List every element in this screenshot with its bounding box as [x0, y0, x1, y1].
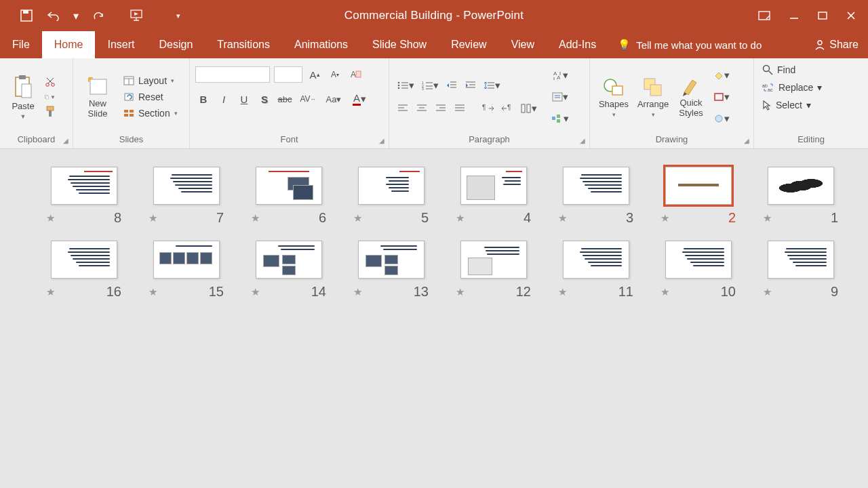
- numbering-icon[interactable]: 123▾: [419, 77, 441, 94]
- increase-indent-icon[interactable]: [462, 77, 479, 94]
- maximize-icon[interactable]: [818, 11, 827, 20]
- transition-star-icon[interactable]: ★: [251, 286, 260, 298]
- cut-icon[interactable]: [45, 77, 56, 87]
- new-slide-button[interactable]: New Slide: [79, 75, 117, 119]
- dialog-launcher-icon[interactable]: ◢: [379, 137, 384, 144]
- slide-thumb-11[interactable]: ★11: [545, 241, 647, 300]
- transition-star-icon[interactable]: ★: [46, 286, 55, 298]
- tab-animations[interactable]: Animations: [282, 31, 360, 58]
- start-from-beginning-icon[interactable]: [130, 8, 145, 23]
- slide-thumb-15[interactable]: ★15: [135, 241, 237, 300]
- redo-icon[interactable]: [91, 8, 106, 23]
- slide-thumb-1[interactable]: ★1: [749, 167, 852, 226]
- slide-thumbnail[interactable]: [768, 167, 834, 205]
- quick-styles-button[interactable]: Quick Styles: [674, 76, 708, 118]
- slide-thumbnail[interactable]: [153, 241, 220, 279]
- slide-thumb-16[interactable]: ★16: [33, 241, 135, 300]
- tell-me-search[interactable]: 💡 Tell me what you want to do: [608, 31, 805, 58]
- tab-transitions[interactable]: Transitions: [205, 31, 282, 58]
- bullets-icon[interactable]: ▾: [395, 77, 416, 94]
- slide-thumb-6[interactable]: ★6: [237, 167, 340, 226]
- transition-star-icon[interactable]: ★: [46, 212, 55, 224]
- tab-home[interactable]: Home: [42, 31, 96, 58]
- dialog-launcher-icon[interactable]: ◢: [744, 137, 749, 144]
- transition-star-icon[interactable]: ★: [149, 286, 157, 298]
- copy-icon[interactable]: ▼: [45, 92, 56, 102]
- transition-star-icon[interactable]: ★: [149, 212, 157, 224]
- transition-star-icon[interactable]: ★: [353, 286, 362, 298]
- strikethrough-icon[interactable]: abc: [277, 91, 293, 107]
- align-right-icon[interactable]: [433, 100, 449, 117]
- slide-thumb-3[interactable]: ★3: [545, 167, 647, 226]
- undo-icon[interactable]: [46, 8, 61, 23]
- slide-thumbnail[interactable]: [768, 241, 834, 279]
- text-direction-icon[interactable]: AA▾: [549, 67, 571, 83]
- slide-thumbnail[interactable]: [358, 241, 425, 279]
- layout-button[interactable]: Layout▾: [121, 75, 180, 87]
- bold-icon[interactable]: B: [195, 91, 212, 107]
- tab-review[interactable]: Review: [439, 31, 498, 58]
- transition-star-icon[interactable]: ★: [558, 286, 567, 298]
- slide-thumbnail[interactable]: [256, 167, 322, 205]
- font-color-icon[interactable]: A▾: [349, 91, 370, 107]
- character-spacing-icon[interactable]: AV↔: [297, 91, 319, 107]
- slide-thumbnail[interactable]: [460, 167, 527, 205]
- justify-icon[interactable]: [452, 100, 468, 117]
- slide-thumbnail[interactable]: [665, 167, 732, 205]
- tab-design[interactable]: Design: [146, 31, 205, 58]
- transition-star-icon[interactable]: ★: [558, 212, 567, 224]
- tab-slideshow[interactable]: Slide Show: [360, 31, 439, 58]
- shape-outline-icon[interactable]: ▾: [711, 89, 732, 105]
- slide-thumbnail[interactable]: [665, 241, 732, 279]
- font-size-combo[interactable]: [274, 66, 302, 83]
- rtl-text-icon[interactable]: ¶: [499, 100, 515, 117]
- arrange-button[interactable]: Arrange▾: [633, 77, 673, 118]
- slide-thumb-9[interactable]: ★9: [749, 241, 852, 300]
- tab-file[interactable]: File: [0, 31, 42, 58]
- slide-thumb-14[interactable]: ★14: [237, 241, 340, 300]
- slide-thumbnail[interactable]: [563, 167, 629, 205]
- reset-button[interactable]: Reset: [121, 91, 180, 103]
- slide-thumbnail[interactable]: [460, 241, 527, 279]
- dialog-launcher-icon[interactable]: ◢: [580, 137, 585, 144]
- font-name-combo[interactable]: [195, 66, 270, 83]
- dialog-launcher-icon[interactable]: ◢: [63, 137, 68, 144]
- save-icon[interactable]: [19, 8, 34, 23]
- align-center-icon[interactable]: [414, 100, 430, 117]
- slide-thumbnail[interactable]: [256, 241, 322, 279]
- undo-dropdown-icon[interactable]: ▾: [73, 8, 79, 23]
- slide-sorter[interactable]: ★1★2★3★4★5★6★7★8★9★10★11★12★13★14★15★16: [0, 149, 868, 321]
- slide-thumbnail[interactable]: [153, 167, 220, 205]
- slide-thumbnail[interactable]: [51, 241, 117, 279]
- tab-addins[interactable]: Add-Ins: [547, 31, 608, 58]
- share-button[interactable]: Share: [805, 31, 868, 58]
- format-painter-icon[interactable]: [45, 106, 56, 117]
- decrease-indent-icon[interactable]: [443, 77, 460, 94]
- replace-button[interactable]: abacReplace ▾: [760, 81, 825, 94]
- underline-icon[interactable]: U: [236, 91, 252, 107]
- slide-thumb-2[interactable]: ★2: [647, 167, 749, 226]
- slide-thumbnail[interactable]: [51, 167, 117, 205]
- slide-thumb-10[interactable]: ★10: [647, 241, 749, 300]
- clear-formatting-icon[interactable]: A: [347, 66, 363, 83]
- decrease-font-icon[interactable]: A▾: [327, 66, 343, 83]
- line-spacing-icon[interactable]: ▾: [481, 77, 503, 94]
- close-icon[interactable]: [846, 11, 856, 20]
- shape-fill-icon[interactable]: ▾: [711, 67, 732, 83]
- slide-thumb-5[interactable]: ★5: [340, 167, 442, 226]
- align-left-icon[interactable]: [395, 100, 411, 117]
- transition-star-icon[interactable]: ★: [353, 212, 362, 224]
- transition-star-icon[interactable]: ★: [456, 286, 465, 298]
- change-case-icon[interactable]: Aa▾: [323, 91, 344, 107]
- italic-icon[interactable]: I: [216, 91, 232, 107]
- transition-star-icon[interactable]: ★: [763, 212, 772, 224]
- smartart-convert-icon[interactable]: ▾: [549, 110, 571, 127]
- transition-star-icon[interactable]: ★: [660, 286, 669, 298]
- align-text-icon[interactable]: ▾: [549, 89, 571, 105]
- shapes-button[interactable]: Shapes▾: [595, 77, 632, 118]
- ribbon-display-options-icon[interactable]: [758, 11, 770, 20]
- tab-view[interactable]: View: [499, 31, 547, 58]
- paste-button[interactable]: Paste ▼: [5, 75, 41, 120]
- transition-star-icon[interactable]: ★: [763, 286, 772, 298]
- ltr-text-icon[interactable]: ¶: [480, 100, 496, 117]
